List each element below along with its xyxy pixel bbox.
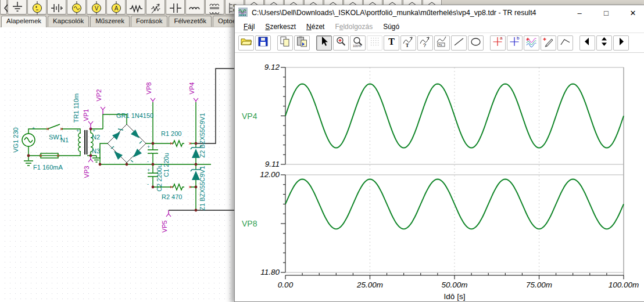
probe-label-vp2: VP2: [95, 89, 102, 102]
wire[interactable]: [153, 102, 196, 143]
x-tick-label: 50.00m: [441, 281, 467, 289]
polarity-plus: +: [147, 167, 150, 173]
grid-icon: [368, 35, 381, 50]
tr-analysis-plot: 9.129.11VP412.0011.80VP80.0025.00m50.00m…: [235, 53, 644, 302]
label-gr1: GR1 1N4150: [116, 112, 153, 119]
maximize-button[interactable]: □: [593, 5, 620, 20]
y-tick-label: 12.00: [260, 170, 280, 179]
menu-szerkeszt[interactable]: Szerkeszt: [260, 21, 301, 32]
add-curves-button[interactable]: [524, 35, 539, 51]
cursor-b-button[interactable]: b: [507, 35, 523, 51]
menu-fájl[interactable]: Fájl: [238, 21, 260, 32]
y-tick-label: 9.12: [264, 63, 280, 71]
transformer-primary-coil[interactable]: [78, 133, 81, 152]
capacitor-tool-button[interactable]: [166, 0, 185, 15]
paste-button[interactable]: [294, 35, 310, 51]
tab-műszerek[interactable]: Műszerek: [90, 16, 130, 27]
svg-text:=x: =x: [439, 43, 442, 46]
svg-text:T: T: [388, 37, 395, 46]
open-button[interactable]: [238, 35, 254, 51]
curve-formula-button[interactable]: =x: [434, 35, 450, 51]
cursor-icon: [318, 35, 330, 50]
x-axis-title: Idô [s]: [444, 292, 466, 301]
x-tick-label: 25.00m: [356, 281, 383, 289]
ground-symbol[interactable]: [92, 156, 101, 162]
switch-sw1[interactable]: [48, 124, 60, 129]
angle-button[interactable]: [557, 35, 573, 51]
bridge-rectifier-gr1[interactable]: [108, 124, 146, 163]
tab-félvezetők[interactable]: Félvezetők: [169, 16, 212, 27]
wire[interactable]: [28, 146, 41, 160]
polarity-plus: +: [32, 125, 35, 131]
circuit-schematic[interactable]: VG1 230 SW1 N1 N2 N3 TR1 110m F1 160mA G…: [0, 27, 234, 302]
cursor-button[interactable]: [316, 35, 332, 51]
schematic-canvas[interactable]: VG1 230 SW1 N1 N2 N3 TR1 110m F1 160mA G…: [0, 27, 234, 302]
text-button[interactable]: T: [384, 35, 399, 51]
label-r1: R1 200: [161, 130, 181, 137]
window-titlebar[interactable]: C:\Users\Dell\Downloads\_ISKOLA\portfoli…: [235, 5, 644, 20]
menu-súgó[interactable]: Súgó: [378, 21, 405, 32]
label-r2: R2 470: [162, 193, 182, 200]
label-z2: Z2 BZX55C9V1: [199, 113, 206, 157]
menu-feldolgozás[interactable]: Feldolgozás: [330, 21, 378, 32]
sine-symbol: [24, 138, 33, 142]
cursor-b-icon: b: [509, 35, 521, 50]
text-icon: T: [385, 35, 398, 50]
tab-források[interactable]: Források: [131, 16, 167, 27]
line-button[interactable]: [451, 35, 467, 51]
ellipse-button[interactable]: [468, 35, 484, 51]
marker-pen-button[interactable]: [541, 35, 556, 51]
save-button[interactable]: [255, 35, 271, 51]
y-tick-label: 9.11: [265, 160, 280, 168]
resistor-tool-button[interactable]: [126, 0, 145, 15]
prev-button[interactable]: [579, 35, 595, 51]
curve-query-button[interactable]: ?: [417, 35, 433, 51]
potentiometer-tool-button[interactable]: [146, 0, 165, 15]
next-button[interactable]: [613, 35, 629, 51]
resistor-r2[interactable]: [171, 184, 184, 190]
inductor-tool-button[interactable]: [185, 0, 205, 15]
ellipse-icon: [470, 35, 482, 50]
grid-button[interactable]: [367, 35, 382, 51]
svg-text:T: T: [406, 43, 409, 48]
probe-label-vp5: VP5: [161, 221, 168, 233]
zoom-100-button[interactable]: 100%: [350, 35, 366, 51]
close-button[interactable]: ✕: [620, 5, 644, 20]
y-tick-label: 11.80: [260, 268, 280, 276]
minimize-button[interactable]: –: [566, 5, 593, 20]
battery-tool-button[interactable]: [47, 0, 66, 15]
waveform-vp4: [285, 84, 624, 148]
tab-alapelemek[interactable]: Alapelemek: [1, 16, 46, 27]
svg-text:b: b: [517, 35, 520, 41]
open-icon: [240, 35, 252, 50]
zoom-in-button[interactable]: [333, 35, 349, 51]
probe-label-vp8: VP8: [145, 82, 152, 95]
wire[interactable]: [28, 129, 46, 134]
curve-formula-icon: =x: [436, 35, 448, 50]
ground-symbol[interactable]: [24, 161, 33, 166]
copy-button[interactable]: [277, 35, 293, 51]
ammeter-tool-button[interactable]: A: [106, 0, 126, 15]
voltage-source-tool-button[interactable]: [27, 0, 46, 15]
ground-tool-button[interactable]: [8, 0, 27, 15]
scroll-left-tool-button[interactable]: [0, 0, 7, 15]
voltage-generator-tool-button[interactable]: [67, 0, 86, 15]
window-title: C:\Users\Dell\Downloads\_ISKOLA\portfoli…: [252, 9, 536, 17]
voltmeter-tool-button[interactable]: V: [87, 0, 106, 15]
curve-query-icon: ?: [419, 35, 431, 50]
zoom-in-icon: [335, 35, 347, 50]
polarity-minus: -: [147, 159, 149, 164]
cursor-a-button[interactable]: a: [490, 35, 506, 51]
label-n3: N3: [92, 148, 100, 154]
curve-label-button[interactable]: T: [400, 35, 416, 51]
polarity-plus: +: [92, 128, 95, 134]
x-tick-label: 0.00: [278, 281, 294, 289]
resistor-r1[interactable]: [171, 141, 184, 146]
zoom-100-icon: 100%: [352, 35, 364, 50]
wire[interactable]: [58, 152, 80, 156]
spinner-button[interactable]: [596, 35, 612, 51]
transformer-tool-button[interactable]: ...: [205, 0, 224, 15]
tab-kapcsolók[interactable]: Kapcsolók: [48, 16, 89, 27]
tr-result-window[interactable]: C:\Users\Dell\Downloads\_ISKOLA\portfoli…: [234, 5, 644, 302]
menu-nézet[interactable]: Nézet: [301, 21, 330, 32]
